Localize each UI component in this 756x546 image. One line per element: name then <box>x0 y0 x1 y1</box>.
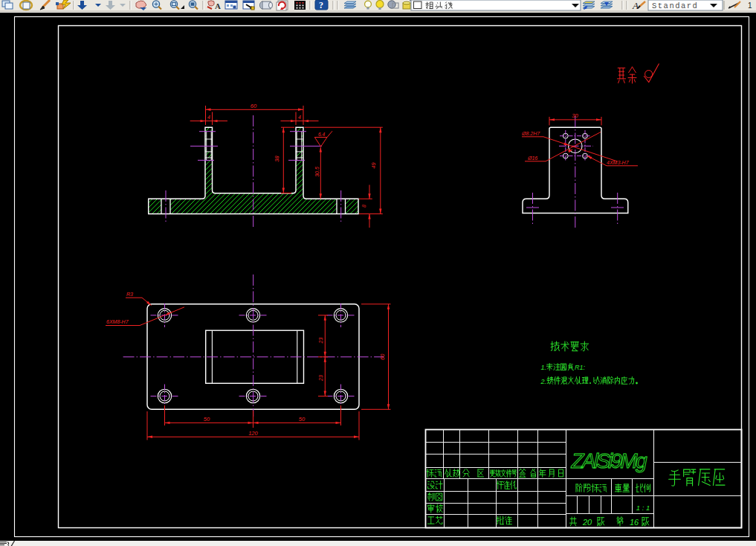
svg-text:Ø8.2H7: Ø8.2H7 <box>521 131 540 136</box>
svg-text:23: 23 <box>318 338 323 344</box>
svg-text:60: 60 <box>379 353 386 360</box>
svg-text:120: 120 <box>248 430 258 437</box>
svg-text:2.: 2. <box>540 378 546 385</box>
svg-text:A: A <box>215 1 221 10</box>
svg-text:A: A <box>632 0 639 11</box>
svg-text:20: 20 <box>582 518 592 527</box>
svg-text:16: 16 <box>630 518 639 527</box>
svg-text:30.5: 30.5 <box>314 167 320 177</box>
svg-text:50: 50 <box>204 416 210 423</box>
svg-text:Ø16: Ø16 <box>527 155 537 161</box>
svg-text:23: 23 <box>318 375 323 382</box>
svg-text:49: 49 <box>370 162 377 169</box>
svg-text:4: 4 <box>298 115 301 120</box>
svg-text:6.4: 6.4 <box>318 132 325 137</box>
svg-text:R1:: R1: <box>575 364 586 371</box>
svg-text:1 : 1: 1 : 1 <box>636 504 650 512</box>
svg-text:8: 8 <box>361 205 366 208</box>
svg-text:1: 1 <box>748 1 752 10</box>
svg-text:Standard: Standard <box>652 1 698 10</box>
svg-text:30: 30 <box>572 112 578 119</box>
svg-text:1.: 1. <box>540 364 546 371</box>
svg-text:6XM8-H7: 6XM8-H7 <box>106 319 129 324</box>
svg-text:?: ? <box>319 0 323 10</box>
svg-text:38: 38 <box>274 155 280 162</box>
svg-text:4: 4 <box>207 115 210 120</box>
svg-text:4XM3-H7: 4XM3-H7 <box>607 160 630 165</box>
svg-text:ZAlSi9Mg: ZAlSi9Mg <box>571 449 647 472</box>
svg-text:50: 50 <box>299 416 306 423</box>
svg-text:60: 60 <box>251 103 257 109</box>
svg-text:R3: R3 <box>126 292 133 297</box>
